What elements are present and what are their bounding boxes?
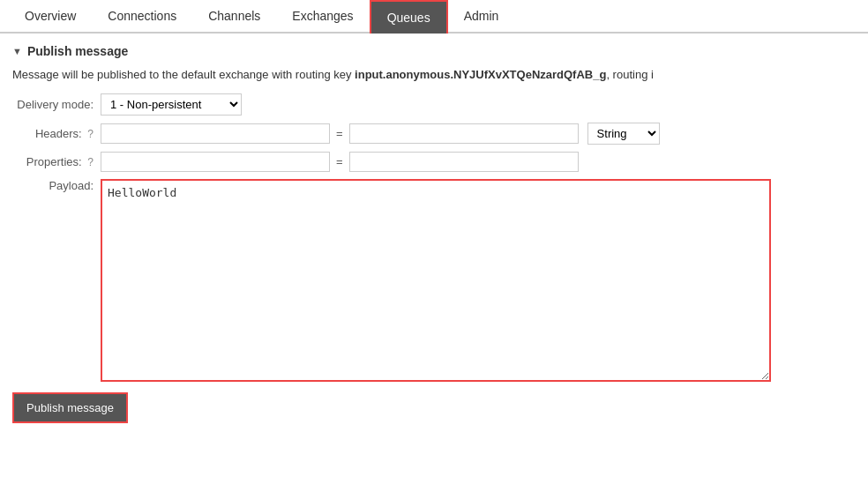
headers-value-input[interactable]: [349, 123, 579, 144]
headers-help-icon[interactable]: ?: [87, 128, 94, 140]
nav-admin[interactable]: Admin: [448, 0, 515, 32]
nav-connections[interactable]: Connections: [92, 0, 192, 32]
nav-exchanges[interactable]: Exchanges: [276, 0, 369, 32]
delivery-label: Delivery mode:: [12, 98, 101, 111]
properties-key-input[interactable]: [101, 152, 330, 172]
nav-channels[interactable]: Channels: [192, 0, 276, 32]
headers-eq-sign: =: [333, 127, 346, 140]
top-navigation: Overview Connections Channels Exchanges …: [0, 0, 868, 34]
info-text-start: Message will be published to the default…: [12, 68, 355, 81]
payload-row: Payload: HelloWorld: [12, 179, 856, 382]
publish-message-button[interactable]: Publish message: [12, 392, 128, 423]
properties-inputs: =: [101, 152, 579, 172]
headers-inputs: = String Number Boolean: [101, 123, 660, 145]
headers-key-input[interactable]: [101, 123, 330, 144]
collapse-arrow-icon[interactable]: ▼: [12, 46, 22, 56]
section-title: Publish message: [27, 44, 128, 58]
headers-label: Headers: ?: [12, 127, 101, 140]
section-header: ▼ Publish message: [12, 44, 856, 58]
info-text-end: , routing i: [606, 68, 653, 81]
routing-key: input.anonymous.NYJUfXvXTQeNzardQfAB_g: [355, 68, 606, 81]
info-text: Message will be published to the default…: [12, 67, 856, 83]
headers-row: Headers: ? = String Number Boolean: [12, 123, 856, 145]
properties-row: Properties: ? =: [12, 152, 856, 172]
delivery-mode-select[interactable]: 1 - Non-persistent 2 - Persistent: [101, 93, 242, 116]
properties-help-icon[interactable]: ?: [87, 156, 94, 168]
properties-eq-sign: =: [333, 155, 346, 168]
main-content: ▼ Publish message Message will be publis…: [0, 34, 868, 434]
payload-label: Payload:: [12, 179, 101, 192]
payload-textarea[interactable]: HelloWorld: [101, 179, 771, 382]
properties-label: Properties: ?: [12, 155, 101, 168]
properties-value-input[interactable]: [349, 152, 579, 172]
nav-overview[interactable]: Overview: [9, 0, 92, 32]
nav-queues[interactable]: Queues: [370, 0, 448, 34]
headers-type-select[interactable]: String Number Boolean: [587, 123, 660, 145]
delivery-mode-row: Delivery mode: 1 - Non-persistent 2 - Pe…: [12, 93, 856, 116]
